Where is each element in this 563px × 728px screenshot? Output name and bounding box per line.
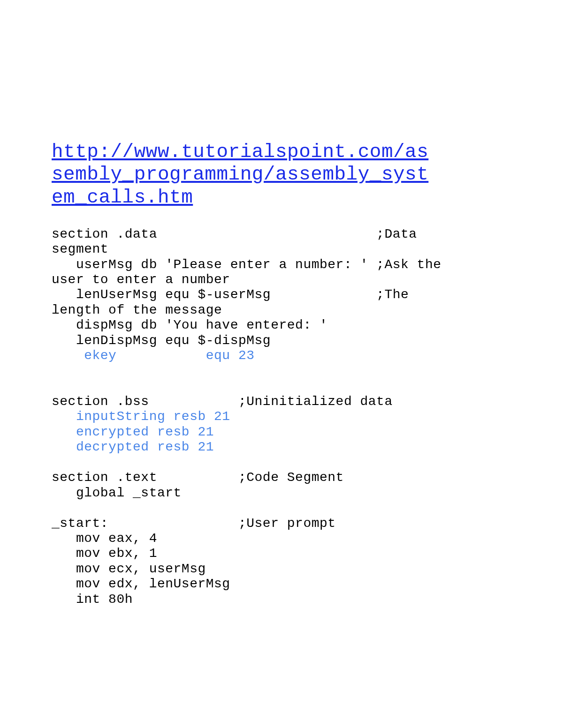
url-text-line1: http://www.tutorialspoint.com/as [52, 141, 428, 163]
code-line: userMsg db 'Please enter a number: ' ;As… [52, 257, 449, 272]
url-text-line2: sembly_programming/assembly_syst [52, 164, 428, 185]
code-line: mov edx, lenUserMsg [52, 577, 230, 591]
code-line: mov ecx, userMsg [52, 562, 206, 576]
code-line-added: ekey equ 23 [52, 348, 255, 363]
source-url-link[interactable]: http://www.tutorialspoint.com/assembly_p… [52, 141, 428, 208]
code-line: section .data ;Data [52, 227, 425, 241]
code-line: _start: ;User prompt [52, 516, 336, 531]
code-line [52, 379, 60, 393]
source-link-block: http://www.tutorialspoint.com/assembly_p… [52, 141, 511, 209]
code-line: length of the message [52, 303, 222, 317]
assembly-code-block: section .data ;Data segment userMsg db '… [52, 211, 511, 623]
url-text-line3: em_calls.htm [52, 187, 193, 208]
code-line: lenDispMsg equ $-dispMsg [52, 333, 409, 348]
code-line [52, 364, 60, 378]
code-line: mov ebx, 1 [52, 546, 157, 561]
code-line: mov eax, 4 [52, 531, 157, 546]
code-line: global _start [52, 486, 182, 500]
code-line: user to enter a number [52, 272, 230, 287]
code-line: dispMsg db 'You have entered: ' [52, 318, 327, 332]
code-line: lenUserMsg equ $-userMsg ;The [52, 287, 417, 302]
code-line [52, 501, 60, 515]
code-line [52, 455, 60, 470]
document-page: http://www.tutorialspoint.com/assembly_p… [0, 0, 563, 728]
code-line: section .bss ;Uninitialized data [52, 394, 393, 409]
code-line-added: inputString resb 21 [52, 409, 230, 424]
code-line: int 80h [52, 592, 133, 607]
code-line-added: encrypted resb 21 [52, 425, 214, 439]
code-line: segment [52, 242, 108, 256]
code-line-added: decrypted resb 21 [52, 440, 214, 454]
code-line: section .text ;Code Segment [52, 470, 344, 485]
